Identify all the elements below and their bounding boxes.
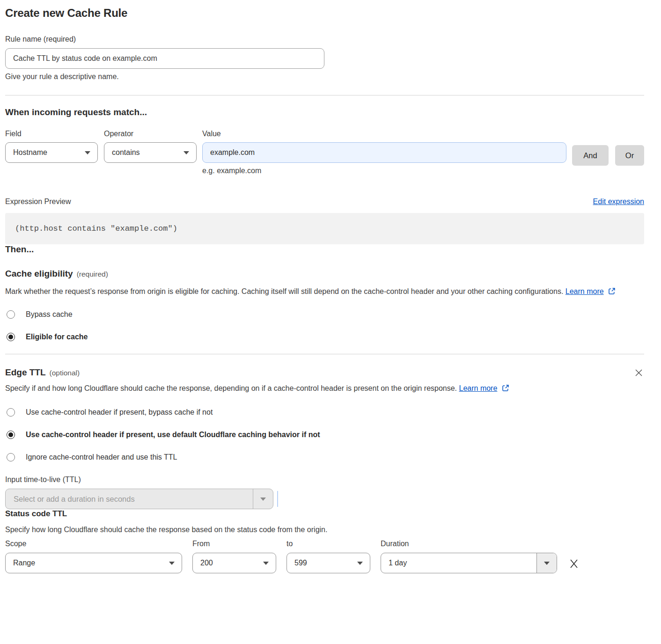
duration-label: Duration bbox=[381, 540, 557, 548]
scope-select[interactable]: Range bbox=[5, 553, 182, 573]
create-cache-rule-form: Create new Cache Rule Rule name (require… bbox=[0, 0, 661, 573]
operator-label: Operator bbox=[104, 130, 197, 138]
chevron-down-icon bbox=[169, 562, 175, 565]
chevron-down-icon bbox=[85, 151, 90, 154]
combobox-arrow-button[interactable] bbox=[253, 489, 273, 509]
radio-option[interactable]: Eligible for cache bbox=[5, 333, 644, 341]
page-title: Create new Cache Rule bbox=[5, 7, 644, 20]
remove-row-icon[interactable] bbox=[568, 558, 580, 569]
duration-value: 1 day bbox=[381, 553, 536, 573]
or-button[interactable]: Or bbox=[615, 145, 644, 166]
chevron-down-icon bbox=[357, 562, 363, 565]
ttl-input-label: Input time-to-live (TTL) bbox=[5, 476, 644, 484]
duration-combobox[interactable]: 1 day bbox=[381, 553, 557, 573]
radio-label: Use cache-control header if present, byp… bbox=[26, 408, 213, 417]
chevron-down-icon bbox=[263, 562, 269, 565]
from-select-value: 200 bbox=[200, 559, 213, 567]
from-label: From bbox=[192, 540, 276, 548]
chevron-down-icon bbox=[184, 151, 189, 154]
rule-name-label: Rule name (required) bbox=[5, 35, 644, 44]
ttl-duration-combobox[interactable]: Select or add a duration in seconds bbox=[5, 489, 273, 509]
cache-eligibility-options: Bypass cacheEligible for cache bbox=[5, 310, 644, 341]
radio-label: Eligible for cache bbox=[26, 333, 88, 341]
expression-preview-label: Expression Preview bbox=[5, 198, 71, 206]
section-divider bbox=[5, 354, 644, 354]
radio-option[interactable]: Ignore cache-control header and use this… bbox=[5, 453, 644, 461]
then-heading: Then... bbox=[5, 244, 644, 255]
radio-button[interactable] bbox=[7, 453, 15, 461]
operator-select[interactable]: contains bbox=[104, 142, 197, 163]
focus-caret bbox=[277, 491, 278, 507]
radio-option[interactable]: Use cache-control header if present, use… bbox=[5, 431, 644, 439]
scope-select-value: Range bbox=[13, 559, 35, 567]
status-code-ttl-row: Scope Range From 200 to 599 Duration 1 d… bbox=[5, 540, 644, 573]
close-icon[interactable] bbox=[633, 367, 644, 378]
cache-eligibility-header: Cache eligibility (required) bbox=[5, 269, 644, 279]
to-select[interactable]: 599 bbox=[286, 553, 370, 573]
to-label: to bbox=[286, 540, 370, 548]
expression-header: Expression Preview Edit expression bbox=[5, 198, 644, 206]
section-divider bbox=[5, 95, 644, 95]
external-link-icon bbox=[608, 287, 616, 295]
scope-label: Scope bbox=[5, 540, 182, 548]
chevron-down-icon bbox=[260, 498, 266, 501]
optional-badge: (optional) bbox=[50, 369, 80, 377]
condition-buttons: And bbox=[572, 130, 609, 166]
chevron-down-icon bbox=[544, 562, 550, 565]
rule-name-help: Give your rule a descriptive name. bbox=[5, 73, 644, 81]
radio-button[interactable] bbox=[7, 333, 15, 341]
to-select-value: 599 bbox=[294, 559, 307, 567]
field-select-value: Hostname bbox=[13, 148, 47, 157]
from-select[interactable]: 200 bbox=[192, 553, 276, 573]
edit-expression-link[interactable]: Edit expression bbox=[593, 198, 644, 206]
learn-more-link[interactable]: Learn more bbox=[566, 287, 604, 295]
external-link-icon bbox=[502, 384, 509, 392]
expression-code: (http.host contains "example.com") bbox=[5, 213, 644, 244]
status-code-ttl-heading: Status code TTL bbox=[5, 509, 644, 519]
match-condition-row: Field Hostname Operator contains Value e… bbox=[5, 130, 644, 175]
edge-ttl-options: Use cache-control header if present, byp… bbox=[5, 408, 644, 461]
learn-more-link[interactable]: Learn more bbox=[459, 384, 498, 392]
combobox-arrow-button[interactable] bbox=[536, 553, 557, 573]
value-input[interactable] bbox=[202, 142, 566, 163]
radio-button[interactable] bbox=[7, 310, 15, 319]
cache-eligibility-description-text: Mark whether the request’s response from… bbox=[5, 287, 563, 295]
radio-button[interactable] bbox=[7, 431, 15, 439]
edge-ttl-description: Specify if and how long Cloudflare shoul… bbox=[5, 382, 637, 395]
and-button[interactable]: And bbox=[572, 145, 609, 166]
status-code-ttl-description: Specify how long Cloudflare should cache… bbox=[5, 526, 644, 534]
ttl-duration-placeholder: Select or add a duration in seconds bbox=[6, 489, 253, 509]
rule-name-input[interactable] bbox=[5, 48, 324, 69]
edge-ttl-description-text: Specify if and how long Cloudflare shoul… bbox=[5, 384, 457, 392]
value-label: Value bbox=[202, 130, 566, 138]
radio-option[interactable]: Use cache-control header if present, byp… bbox=[5, 408, 644, 417]
radio-label: Bypass cache bbox=[26, 310, 73, 319]
cache-eligibility-description: Mark whether the request’s response from… bbox=[5, 285, 637, 298]
cache-eligibility-heading: Cache eligibility bbox=[5, 269, 73, 279]
radio-button[interactable] bbox=[7, 408, 15, 417]
radio-option[interactable]: Bypass cache bbox=[5, 310, 644, 319]
match-heading: When incoming requests match... bbox=[5, 107, 644, 117]
field-select[interactable]: Hostname bbox=[5, 142, 98, 163]
required-badge: (required) bbox=[77, 270, 108, 278]
edge-ttl-heading: Edge TTL bbox=[5, 367, 46, 378]
operator-select-value: contains bbox=[112, 148, 140, 157]
edge-ttl-header: Edge TTL (optional) bbox=[5, 367, 644, 378]
radio-label: Ignore cache-control header and use this… bbox=[26, 453, 177, 461]
value-help: e.g. example.com bbox=[202, 167, 566, 175]
radio-label: Use cache-control header if present, use… bbox=[26, 431, 320, 439]
field-label: Field bbox=[5, 130, 98, 138]
